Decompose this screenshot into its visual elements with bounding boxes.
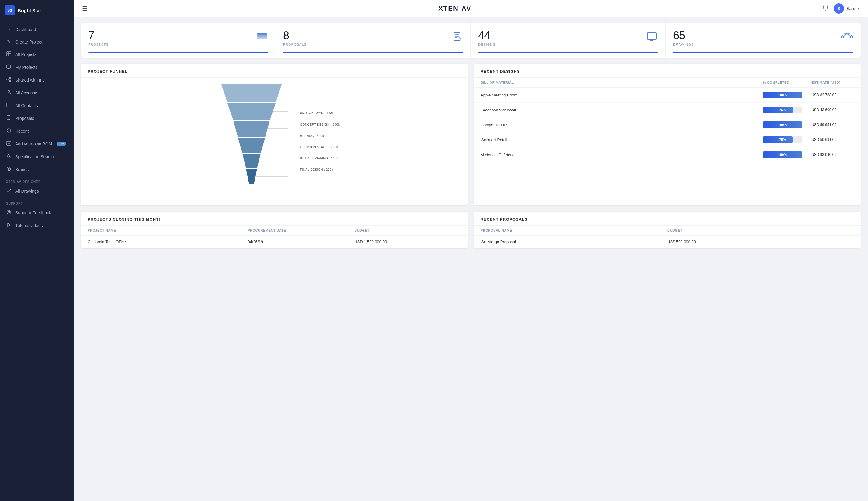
stat-designs-number: 44 [478,29,495,42]
sidebar-item-all-projects[interactable]: All Projects [0,48,74,61]
col-proposal-budget: BUDGET [667,228,854,232]
sidebar-item-all-accounts[interactable]: All Accounts [0,86,74,99]
progress-text: 100% [778,123,787,127]
progress-text: 100% [778,93,787,97]
sidebar-item-add-bom[interactable]: Add your own BOM Beta [0,138,74,150]
progress-text: 75% [779,108,786,112]
funnel-layer-text-5: FINAL DESIGN : 200k [300,168,333,171]
sidebar-item-label: Recent [15,129,29,134]
designs-row: Apple Meeting Room 100% USD 82,788.00 [474,88,861,103]
sidebar-item-proposals[interactable]: Proposals [0,112,74,125]
funnel-wrap: PROJECT WON : 1.5M CONCEPT DESIGN : 500k… [209,84,340,199]
design-name: Apple Meeting Room [481,93,763,97]
funnel-label-0: PROJECT WON : 1.5M [300,112,340,115]
home-icon: ⌂ [6,27,12,32]
sidebar-item-specification-search[interactable]: Specification Search [0,150,74,163]
sidebar-item-label: Specification Search [15,154,54,159]
svg-line-27 [9,213,10,213]
svg-marker-46 [233,121,270,137]
recent-proposals-card: RECENT PROPOSALS PROPOSAL NAME BUDGET We… [474,212,861,248]
sidebar-item-support[interactable]: Support/ Feedback [0,206,74,219]
col-estimate: ESTIMATE (USD) [811,81,854,84]
stat-designs-label: DESIGNS [478,43,495,46]
designs-row: Google Huddle 100% USD 59,951.00 [474,117,861,132]
chevron-right-icon: › [66,129,67,133]
svg-point-5 [9,81,11,82]
sidebar-brand[interactable]: BS Bright Star [0,0,74,21]
support-section-label: SUPPORT [0,198,74,206]
sidebar-item-label: All Contacts [15,103,38,108]
progress-text: 75% [779,138,786,141]
progress-bar-4: 100% [763,151,811,158]
col-bill-of-material: BILL OF MATERIAL [481,81,763,84]
sidebar-item-recent[interactable]: Recent › [0,125,74,138]
sidebar-item-label: My Projects [15,65,37,70]
sidebar-item-label: Support/ Feedback [15,210,51,215]
sidebar-item-create-project[interactable]: ✎ Create Project [0,35,74,48]
svg-line-28 [8,211,8,212]
stat-projects-number: 7 [88,29,109,42]
sidebar-item-shared-with-me[interactable]: Shared with me [0,74,74,86]
progress-bar-bg: 100% [763,121,802,128]
sidebar-item-my-projects[interactable]: My Projects [0,61,74,74]
support-icon [6,210,12,216]
beta-badge: Beta [57,142,66,146]
funnel-label-4: INITIAL BRIEFING : 240k [300,157,340,160]
sidebar-item-brands[interactable]: Brands [0,163,74,176]
stat-drawings-bar [673,52,854,53]
sidebar-item-label: All Drawings [15,189,39,194]
svg-marker-29 [8,223,10,227]
sidebar-item-all-contacts[interactable]: All Contacts [0,99,74,112]
stat-proposals[interactable]: 8 PROPOSALS [276,23,471,57]
col-pct-completed: % COMPLETED [763,81,811,84]
stat-proposals-number: 8 [283,29,307,42]
svg-point-20 [7,167,11,171]
proposals-row: Wellsfargo Proposal US$ 500,000.00 [474,236,861,248]
stat-designs[interactable]: 44 DESIGNS [471,23,666,57]
svg-line-19 [10,157,11,158]
middle-section: PROJECT FUNNEL [81,64,861,205]
funnel-layer-text-1: CONCEPT DESIGN : 500k [300,123,340,126]
sidebar-item-label: All Projects [15,52,36,57]
svg-line-7 [8,78,9,79]
svg-line-25 [9,211,10,212]
svg-point-40 [841,35,844,38]
app-logo: XTEN-AV [438,4,471,12]
search-spec-icon [6,154,12,160]
pencil-icon: ✎ [6,39,12,45]
svg-rect-31 [257,35,267,37]
stats-row: 7 PROJECTS 8 PROPOSALS [81,23,861,57]
sidebar-item-label: Tutorial videos [15,223,43,228]
progress-bar-bg: 75% [763,107,802,113]
svg-point-4 [9,77,11,78]
stat-projects[interactable]: 7 PROJECTS [81,23,276,57]
design-name: Wallmart Retail [481,138,763,142]
progress-bar-bg: 75% [763,136,802,143]
person-icon [6,90,12,96]
projects-closing-row: California Tesla Office 04/26/19 USD 1,5… [81,236,468,248]
svg-rect-33 [454,32,460,41]
progress-bar-fill: 100% [763,121,802,128]
main-wrapper: ☰ XTEN-AV S Sam ▾ 7 PROJECTS [74,0,868,501]
col-proposal-name: PROPOSAL NAME [481,228,667,232]
document-icon [452,31,463,44]
stat-drawings-number: 65 [673,29,694,42]
menu-icon[interactable]: ☰ [82,5,88,12]
clock-icon [6,128,12,134]
sidebar-item-all-drawings[interactable]: All Drawings [0,185,74,198]
svg-rect-12 [7,116,10,120]
sidebar-item-label: Brands [15,167,29,172]
sidebar-item-tutorial[interactable]: Tutorial videos [0,219,74,232]
avatar: S [834,3,844,14]
svg-rect-30 [257,38,267,39]
notification-icon[interactable] [822,4,829,12]
user-menu[interactable]: S Sam ▾ [834,3,859,14]
username: Sam [846,6,855,11]
svg-point-6 [7,79,8,80]
progress-bar-bg: 100% [763,151,802,158]
sidebar-item-dashboard[interactable]: ⌂ Dashboard [0,23,74,35]
stat-drawings[interactable]: 65 DRAWINGS [666,23,861,57]
project-budget: USD 1,500,000.00 [354,239,461,244]
proposal-name: Wellsfargo Proposal [481,239,667,244]
designs-row: Wallmart Retail 75% USD 50,691.00 [474,132,861,147]
